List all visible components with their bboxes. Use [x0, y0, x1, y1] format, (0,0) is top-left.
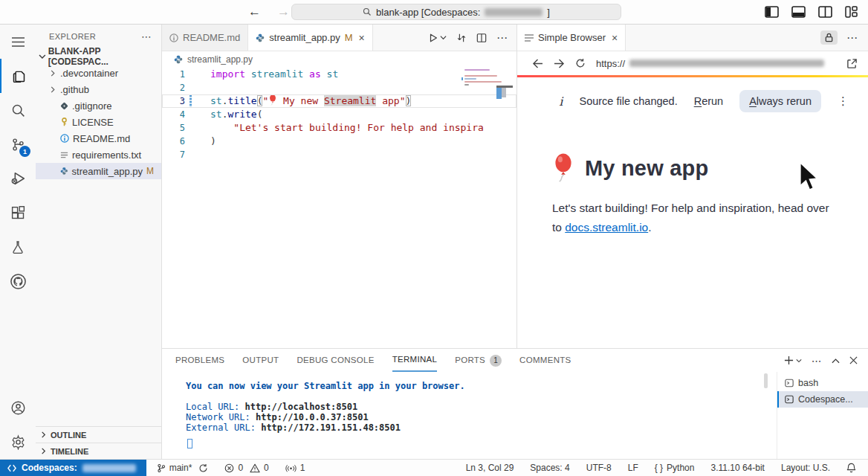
language-status[interactable]: { } Python	[655, 463, 695, 473]
problems-status[interactable]: 0 0	[224, 463, 268, 473]
python-file-icon	[256, 33, 265, 42]
tab-modified-badge: M	[345, 32, 353, 43]
minimap-line	[464, 84, 469, 86]
run-python-file-icon[interactable]	[428, 33, 438, 43]
toggle-primary-sidebar-icon[interactable]	[765, 6, 779, 18]
tree-item-readme[interactable]: README.md	[36, 130, 161, 147]
braces-icon: { }	[655, 463, 663, 473]
tree-item-requirements[interactable]: requirements.txt	[36, 147, 161, 163]
python-version-status[interactable]: 3.11.10 64-bit	[710, 463, 765, 473]
close-panel-icon[interactable]	[849, 356, 858, 364]
chevron-down-icon	[39, 53, 46, 60]
tree-item-devcontainer[interactable]: .devcontainer	[36, 65, 161, 81]
forwarded-ports-status[interactable]: 1	[285, 463, 305, 473]
git-branch-status[interactable]: main*	[157, 463, 209, 473]
browser-forward-icon[interactable]	[554, 59, 565, 68]
github-icon[interactable]	[0, 264, 36, 298]
tab-streamlit-app[interactable]: streamlit_app.py M ×	[248, 25, 372, 51]
always-rerun-button[interactable]: Always rerun	[739, 90, 821, 112]
tab-debug-console[interactable]: DEBUG CONSOLE	[297, 349, 374, 372]
panel-more-actions-icon[interactable]: ⋯	[812, 355, 822, 367]
browser-url-field[interactable]: https://	[596, 58, 836, 69]
tree-root-blank-app[interactable]: BLANK-APP [CODESPAC...	[36, 48, 161, 65]
tab-close-icon[interactable]: ×	[612, 32, 618, 44]
tab-simple-browser[interactable]: Simple Browser ×	[517, 25, 626, 51]
browser-tabbar: Simple Browser × ⋯	[517, 25, 868, 51]
notifications-bell-icon[interactable]	[846, 463, 856, 473]
terminal-item-bash[interactable]: bash	[777, 375, 868, 391]
menu-icon[interactable]	[0, 25, 36, 59]
browser-back-icon[interactable]	[532, 59, 543, 68]
outline-section[interactable]: OUTLINE	[36, 426, 161, 443]
tree-item-label: .gitignore	[72, 100, 111, 112]
run-dropdown-chevron-icon[interactable]	[440, 34, 447, 41]
browser-more-actions-icon[interactable]: ⋯	[846, 31, 858, 45]
tab-ports[interactable]: PORTS 1	[455, 349, 502, 372]
tree-item-streamlit-app[interactable]: streamlit_app.py M	[36, 163, 161, 179]
tab-output[interactable]: OUTPUT	[242, 349, 279, 372]
sync-icon[interactable]	[198, 463, 208, 473]
rerun-button[interactable]: Rerun	[694, 95, 724, 107]
tree-item-license[interactable]: LICENSE	[36, 114, 161, 130]
history-forward-icon[interactable]: →	[277, 4, 290, 19]
terminal-dropdown-chevron-icon[interactable]	[796, 358, 802, 364]
eol-status[interactable]: LF	[628, 463, 638, 473]
extensions-icon[interactable]	[0, 196, 36, 230]
code-editor[interactable]: 1import streamlit as st23st.title(" My n…	[162, 68, 516, 323]
settings-gear-icon[interactable]	[0, 425, 36, 459]
search-icon[interactable]	[0, 93, 36, 127]
run-debug-icon[interactable]	[0, 161, 36, 196]
editor-more-actions-icon[interactable]: ⋯	[496, 31, 508, 45]
broadcast-icon	[285, 463, 297, 472]
open-changes-icon[interactable]	[456, 33, 467, 43]
streamlit-menu-kebab-icon[interactable]: ⋮	[838, 94, 849, 108]
remote-indicator[interactable]: Codespaces:	[0, 460, 146, 476]
code-text	[196, 81, 210, 94]
account-icon[interactable]	[0, 390, 36, 425]
tab-readme[interactable]: README.md	[162, 25, 248, 51]
tab-problems[interactable]: PROBLEMS	[175, 349, 224, 372]
git-branch-icon	[157, 463, 166, 473]
line-number: 2	[162, 81, 196, 94]
history-back-icon[interactable]: ←	[248, 4, 261, 19]
toggle-panel-icon[interactable]	[791, 6, 806, 18]
explorer-more-icon[interactable]: ⋯	[141, 30, 152, 42]
customize-layout-icon[interactable]	[845, 6, 858, 18]
remote-icon	[7, 464, 16, 472]
split-editor-icon[interactable]	[476, 33, 487, 43]
editor-scrollbar-decoration[interactable]	[496, 86, 516, 99]
tree-item-github[interactable]: .github	[36, 81, 161, 97]
line-col-status[interactable]: Ln 3, Col 29	[466, 463, 514, 473]
breadcrumb[interactable]: streamlit_app.py	[162, 51, 516, 68]
browser-reload-icon[interactable]	[575, 58, 586, 68]
code-text: )	[196, 135, 216, 148]
chevron-right-icon	[49, 86, 56, 93]
tab-terminal[interactable]: TERMINAL	[392, 349, 438, 372]
testing-icon[interactable]	[0, 230, 36, 264]
keyboard-layout-status[interactable]: Layout: U.S.	[781, 463, 830, 473]
toggle-secondary-sidebar-icon[interactable]	[818, 6, 832, 18]
terminal-scrollbar[interactable]	[764, 373, 768, 388]
new-terminal-icon[interactable]	[784, 356, 794, 365]
terminal-item-codespace[interactable]: Codespace...	[777, 391, 868, 408]
tab-close-icon[interactable]: ×	[359, 32, 365, 44]
tree-item-gitignore[interactable]: .gitignore	[36, 97, 161, 114]
redacted-codespace-name	[485, 8, 542, 16]
terminal-output[interactable]: You can now view your Streamlit app in y…	[162, 372, 769, 459]
maximize-panel-icon[interactable]	[832, 358, 840, 364]
lock-icon[interactable]	[820, 30, 838, 45]
command-center-search[interactable]: blank-app [Codespaces: ]	[291, 4, 621, 20]
indentation-status[interactable]: Spaces: 4	[530, 463, 569, 473]
docs-link[interactable]: docs.streamlit.io	[565, 221, 648, 234]
balloon-emoji	[552, 153, 574, 183]
timeline-section[interactable]: TIMELINE	[36, 443, 161, 459]
minimap[interactable]	[461, 68, 506, 164]
window-titlebar: ← → blank-app [Codespaces: ]	[0, 0, 868, 25]
explorer-icon[interactable]	[0, 59, 36, 93]
source-control-icon[interactable]: 1	[0, 127, 36, 161]
info-icon	[169, 33, 178, 42]
minimap-line	[464, 75, 497, 77]
tab-comments[interactable]: COMMENTS	[519, 349, 571, 372]
encoding-status[interactable]: UTF-8	[586, 463, 612, 473]
open-external-icon[interactable]	[846, 58, 858, 69]
